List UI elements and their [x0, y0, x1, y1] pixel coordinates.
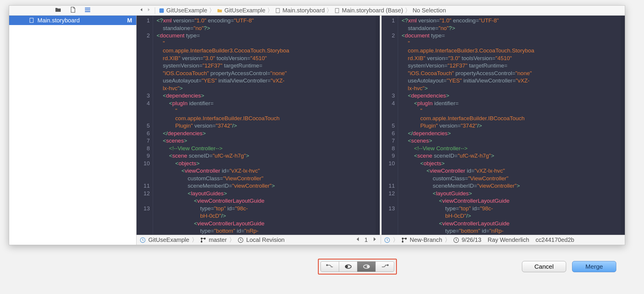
status-commit: cc244170ed2b — [535, 237, 574, 243]
merge-button[interactable]: Merge — [572, 261, 616, 272]
status-revision: Local Revision — [246, 237, 285, 243]
merge-right-then-left-button[interactable] — [357, 262, 376, 272]
line-gutter-right: 1 2 3 4 5 6 7 8 9 10 11 12 13 — [382, 16, 398, 235]
merge-strategy-segmented — [321, 261, 394, 272]
branch-icon — [200, 237, 206, 243]
svg-point-21 — [367, 266, 369, 267]
file-status-badge: M — [127, 17, 132, 24]
svg-rect-1 — [85, 9, 90, 10]
status-branch: New-Branch — [410, 237, 442, 243]
nav-forward-icon[interactable] — [146, 7, 151, 14]
breadcrumb-item-file[interactable]: Main.storyboard — [275, 7, 325, 14]
cancel-button[interactable]: Cancel — [522, 261, 566, 272]
changed-file-row[interactable]: Main.storyboard M — [9, 16, 136, 25]
right-pane: 1 2 3 4 5 6 7 8 9 10 11 12 13 <?xml — [380, 16, 625, 235]
breadcrumb-label: No Selection — [413, 7, 446, 14]
action-row: Cancel Merge — [9, 259, 625, 275]
svg-rect-5 — [335, 8, 339, 13]
merge-strategy-highlight — [318, 259, 397, 275]
folder-icon — [217, 8, 223, 14]
svg-point-19 — [346, 266, 348, 267]
timemachine-icon — [384, 237, 390, 243]
scrollbar[interactable] — [376, 16, 380, 235]
merge-left-then-right-button[interactable] — [339, 262, 357, 272]
svg-point-22 — [387, 265, 388, 266]
diff-panes: 1 2 3 4 5 6 7 8 9 10 11 12 13 <?xml — [137, 16, 625, 235]
storyboard-icon — [29, 17, 34, 23]
jump-bar: GitUseExample 〉 GitUseExample 〉 Main.sto… — [137, 6, 625, 15]
nav-back-icon[interactable] — [139, 7, 144, 14]
svg-point-13 — [402, 237, 403, 239]
merge-right-button[interactable] — [376, 262, 394, 272]
merge-left-button[interactable] — [321, 262, 339, 272]
timemachine-icon — [139, 237, 146, 243]
breadcrumb-item-base[interactable]: Main.storyboard (Base) — [334, 7, 403, 14]
file-name: Main.storyboard — [37, 17, 80, 24]
status-branch: master — [209, 237, 227, 243]
status-date: 9/26/13 — [462, 237, 482, 243]
clock-icon — [237, 237, 244, 243]
left-pane: 1 2 3 4 5 6 7 8 9 10 11 12 13 <?xml — [137, 16, 380, 235]
svg-point-17 — [326, 265, 328, 266]
merge-window: GitUseExample 〉 GitUseExample 〉 Main.sto… — [9, 5, 625, 245]
diff-index: 1 — [364, 237, 369, 243]
line-gutter-left: 1 2 3 4 5 6 7 8 9 10 11 12 13 — [137, 16, 153, 235]
breadcrumb-item-folder[interactable]: GitUseExample — [217, 7, 265, 14]
breadcrumb-item-selection[interactable]: No Selection — [413, 7, 446, 14]
svg-point-9 — [201, 241, 203, 242]
code-left[interactable]: <?xml version="1.0" encoding="UTF-8" sta… — [153, 16, 376, 235]
clock-icon — [453, 237, 459, 243]
document-icon[interactable] — [69, 6, 76, 15]
svg-point-8 — [201, 237, 203, 239]
folder-icon[interactable] — [55, 6, 62, 15]
revision-status-bar: GitUseExample 〉 master 〉 Local Revision … — [137, 235, 625, 245]
branch-icon — [401, 237, 408, 243]
breadcrumb-label: GitUseExample — [224, 7, 265, 14]
svg-rect-2 — [85, 11, 90, 12]
sidebar-toolbar — [9, 6, 137, 15]
status-author: Ray Wenderlich — [488, 237, 529, 243]
main-split: Main.storyboard M 1 2 3 4 5 6 7 8 9 — [9, 16, 625, 245]
status-left[interactable]: GitUseExample 〉 master 〉 Local Revision … — [137, 236, 381, 244]
svg-rect-3 — [160, 8, 164, 13]
xcode-project-icon — [159, 8, 165, 14]
svg-rect-6 — [30, 18, 33, 23]
breadcrumb-label: Main.storyboard — [282, 7, 325, 14]
code-right[interactable]: <?xml version="1.0" encoding="UTF-8" sta… — [398, 16, 621, 235]
status-right[interactable]: 〉 New-Branch 〉 9/26/13 Ray Wenderlich cc… — [381, 236, 625, 244]
list-icon[interactable] — [84, 6, 91, 15]
breadcrumb-label: GitUseExample — [166, 7, 207, 14]
breadcrumb-label: Main.storyboard (Base) — [342, 7, 403, 14]
top-bar: GitUseExample 〉 GitUseExample 〉 Main.sto… — [9, 6, 625, 16]
scrollbar[interactable] — [621, 16, 625, 235]
file-sidebar: Main.storyboard M — [9, 16, 137, 245]
editors: 1 2 3 4 5 6 7 8 9 10 11 12 13 <?xml — [137, 16, 625, 245]
prev-diff-icon[interactable] — [355, 236, 361, 244]
svg-rect-4 — [276, 8, 280, 13]
breadcrumb-item-project[interactable]: GitUseExample — [159, 7, 207, 14]
next-diff-icon[interactable] — [371, 236, 378, 244]
status-project: GitUseExample — [148, 237, 189, 243]
svg-rect-0 — [85, 8, 90, 9]
storyboard-icon — [275, 8, 281, 14]
storyboard-icon — [334, 8, 340, 14]
svg-point-14 — [402, 241, 403, 242]
